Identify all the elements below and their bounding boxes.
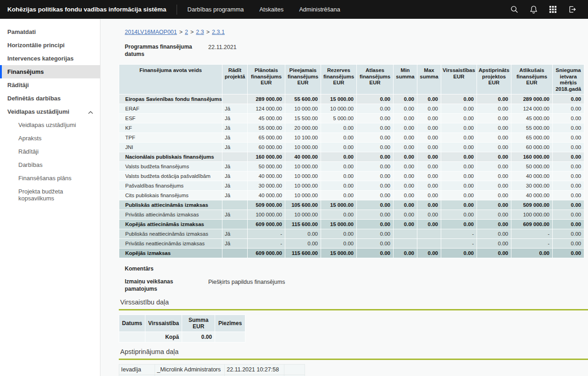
value-cell: 15 000.00 <box>321 94 357 104</box>
nav-menu-item[interactable]: Administrēšana <box>291 6 348 13</box>
value-cell: 0.00 <box>321 181 357 191</box>
value-cell: - <box>511 229 553 239</box>
column-header: Atlases finansējums EUR <box>357 65 394 94</box>
sidebar-item-finans-jums[interactable]: Finansējums <box>0 65 100 78</box>
row-label-cell: Kopējās izmaksas <box>119 249 222 258</box>
value-cell: 55 600.00 <box>285 94 321 104</box>
sidebar-item-veidlapas-uzst-d-jumi[interactable]: Veidlapas uzstādījumi <box>0 105 100 118</box>
value-cell: 10 000.00 <box>285 104 321 114</box>
value-cell: 0.00 <box>417 114 441 123</box>
value-cell: 10 000.00 <box>285 162 321 171</box>
table-row: Kopējās izmaksas609 000.00115 600.0015 0… <box>119 249 584 258</box>
value-cell: 115 600.00 <box>285 220 321 229</box>
app-title[interactable]: Kohēzijas politikas fondu vadības inform… <box>0 6 174 13</box>
change-reason-value: Piešķirts papildus finansējums <box>208 278 285 285</box>
nav-menu-item[interactable]: Atskaites <box>251 6 291 13</box>
value-cell: 0.00 <box>417 94 441 104</box>
table-row: Valsts budžeta dotācija pašvaldībāmJā40 … <box>119 171 584 181</box>
sidebar-item-pamatdati[interactable]: Pamatdati <box>0 25 100 39</box>
sidebar-item-intervences-kategorijas[interactable]: Intervences kategorijas <box>0 52 100 65</box>
value-cell: Jā <box>222 171 248 181</box>
value-cell: 55 000.00 <box>248 123 285 133</box>
value-cell: 0.00 <box>394 171 417 181</box>
table-row: Publiskās attiecināmās izmaksas509 000.0… <box>119 200 584 210</box>
table-row: Valsts budžeta finansējumsJā50 000.0010 … <box>119 162 584 171</box>
piezimes-cell <box>215 332 245 342</box>
value-cell: 0.00 <box>357 181 394 191</box>
breadcrumb-separator: > <box>190 29 194 35</box>
value-cell: 0.00 <box>477 210 511 220</box>
column-header: Virssaistība <box>145 315 182 332</box>
app-switcher-icon[interactable] <box>543 0 562 19</box>
value-cell: 40 000.00 <box>248 191 285 200</box>
column-header: Pieejamais finansējums EUR <box>285 65 321 94</box>
value-cell: 105 600.00 <box>285 200 321 210</box>
table-row: Kopējās attiecināmās izmaksas609 000.001… <box>119 220 584 229</box>
sidebar-subitem-apraksts[interactable]: Apraksts <box>0 132 100 145</box>
value-cell: 20 000.00 <box>285 123 321 133</box>
column-header: Rādīt projektā <box>222 65 248 94</box>
value-cell: 609 000.00 <box>511 220 553 229</box>
value-cell: 15 500.00 <box>285 114 321 123</box>
breadcrumb-link[interactable]: 2 <box>185 29 188 35</box>
value-cell: 160 000.00 <box>248 152 285 162</box>
virssaistibas-header-row: DatumsVirssaistībaSumma EURPiezīmes <box>119 315 245 332</box>
breadcrumb-link[interactable]: 2.3.1 <box>212 29 225 35</box>
value-cell: 0.00 <box>417 191 441 200</box>
breadcrumb-link[interactable]: 2014LV16MAOP001 <box>125 29 177 35</box>
sidebar-item-label: Rādītāji <box>7 82 29 88</box>
value-cell: 0.00 <box>477 239 511 249</box>
breadcrumb-link[interactable]: 2.3 <box>196 29 204 35</box>
value-cell <box>222 200 248 210</box>
value-cell: 0.00 <box>417 143 441 152</box>
search-icon[interactable] <box>505 0 524 19</box>
chevron-up-icon[interactable] <box>88 109 94 116</box>
change-reason-label: Izmaiņu veikšanas pamatojums <box>119 278 203 293</box>
value-cell: 0.00 <box>321 123 357 133</box>
sidebar-item-label: Horizontālie principi <box>7 42 65 49</box>
value-cell: 0.00 <box>394 200 417 210</box>
value-cell: 0.00 <box>321 162 357 171</box>
value-cell: 0.00 <box>357 143 394 152</box>
value-cell <box>417 229 441 239</box>
sidebar-item-label: Pamatdati <box>7 28 36 35</box>
sidebar-subitem-darb-bas[interactable]: Darbības <box>0 158 100 171</box>
sidebar-subitem-finans-anas-pl-ns[interactable]: Finansēšanas plāns <box>0 171 100 185</box>
virssaistibas-body: Kopā0.00 <box>119 332 245 342</box>
datums-cell <box>119 332 145 342</box>
notifications-icon[interactable] <box>524 0 543 19</box>
virssaistibas-table: DatumsVirssaistībaSumma EURPiezīmes Kopā… <box>119 315 245 343</box>
value-cell: Jā <box>222 239 248 249</box>
value-cell: 0.00 <box>417 133 441 143</box>
value-cell: 10 000.00 <box>285 191 321 200</box>
sidebar-subitem-veidlapas-uzst-d-jumi[interactable]: Veidlapas uzstādījumi <box>0 118 100 132</box>
logout-icon[interactable] <box>562 0 582 19</box>
value-cell: 115 600.00 <box>285 249 321 258</box>
summa-cell: 0.00 <box>182 332 215 342</box>
row-label-cell: ESF <box>119 114 222 123</box>
sidebar-item-defin-t-s-darb-bas[interactable]: Definētās darbības <box>0 92 100 105</box>
breadcrumb-separator: > <box>179 29 183 35</box>
value-cell: 0.00 <box>477 162 511 171</box>
value-cell: 0.00 <box>553 162 584 171</box>
sidebar-item-r-d-t-ji[interactable]: Rādītāji <box>0 78 100 92</box>
table-row: Nacionālais publiskais finansējums160 00… <box>119 152 584 162</box>
sidebar-subitem-r-d-t-ji[interactable]: Rādītāji <box>0 145 100 158</box>
value-cell: 0.00 <box>357 104 394 114</box>
value-cell: 0.00 <box>394 104 417 114</box>
value-cell: 10 000.00 <box>321 104 357 114</box>
value-cell: 0.00 <box>357 210 394 220</box>
value-cell <box>222 152 248 162</box>
value-cell: 0.00 <box>441 162 477 171</box>
value-cell: 10 000.00 <box>285 181 321 191</box>
sidebar-item-horizont-lie-principi[interactable]: Horizontālie principi <box>0 39 100 52</box>
value-cell: 609 000.00 <box>248 220 285 229</box>
value-cell: 0.00 <box>394 191 417 200</box>
sidebar-subitem-projekta-bud-eta-kopsavilkums[interactable]: Projekta budžeta kopsavilkums <box>0 185 100 205</box>
value-cell: 0.00 <box>394 152 417 162</box>
nav-menu-item[interactable]: Darbības programma <box>180 6 252 13</box>
table-row: Publiskās neattiecināmās izmaksasJā-0.00… <box>119 229 584 239</box>
finance-table: Finansējuma avota veidsRādīt projektāPlā… <box>119 64 584 258</box>
value-cell: 509 000.00 <box>511 200 553 210</box>
value-cell: 0.00 <box>394 133 417 143</box>
